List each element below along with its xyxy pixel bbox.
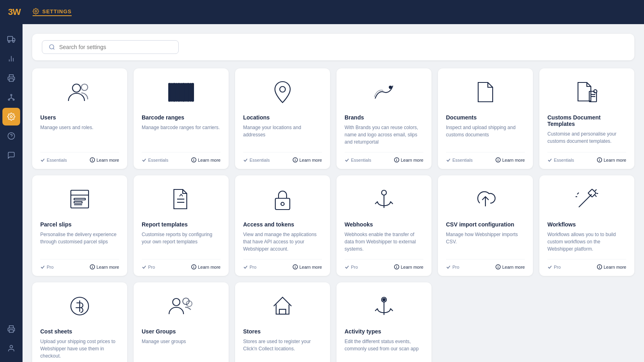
card-user-groups[interactable]: User Groups Manage user groups Pro i Lea… [134,282,229,362]
learn-more-link[interactable]: i Learn more [191,157,221,162]
sidebar-item-print2[interactable] [2,320,20,338]
search-container [32,34,634,60]
card-locations[interactable]: Locations Manage your locations and addr… [235,68,330,169]
learn-more-link[interactable]: i Learn more [293,157,322,162]
learn-more-link[interactable]: i Learn more [495,264,525,269]
card-desc: Manage barcode ranges for carriers. [142,124,221,146]
svg-rect-94 [279,309,286,314]
card-users[interactable]: Users Manage users and roles. Essentials… [32,68,127,169]
card-report-templates[interactable]: Report templates Customise reports by co… [134,175,229,276]
card-activity-types[interactable]: Activity types Edit the different status… [336,282,431,362]
svg-line-82 [577,193,579,194]
card-footer: Essentials i Learn more [243,152,322,162]
main-content: Users Manage users and roles. Essentials… [23,24,644,362]
learn-more-link[interactable]: i Learn more [394,157,423,162]
card-title: Documents [446,114,525,121]
svg-rect-26 [171,83,172,101]
card-badge: Pro [142,265,155,269]
svg-point-8 [10,95,12,96]
learn-more-link[interactable]: i Learn more [597,264,626,269]
card-csv-import[interactable]: CSV import configuration Manage how Webs… [438,175,533,276]
user-groups-icon [167,292,195,320]
card-badge: Essentials [446,158,473,162]
learn-more-link[interactable]: i Learn more [394,264,423,269]
learn-more-link[interactable]: i Learn more [597,157,626,162]
card-title: Activity types [345,328,423,335]
card-workflows[interactable]: Workflows Workflows allows you to to bui… [539,175,634,276]
search-input[interactable] [59,44,172,50]
sidebar-item-settings[interactable] [2,108,20,125]
svg-rect-7 [9,79,13,82]
svg-text:i: i [599,265,600,269]
card-title: Workflows [547,221,626,228]
svg-text:i: i [497,158,498,162]
svg-line-99 [375,309,378,311]
card-badge: Pro [243,265,256,269]
card-desc: Stores are used to register your Click'n… [243,338,322,360]
barcode-icon [167,78,195,106]
svg-point-3 [12,41,14,42]
dollar-icon [66,292,94,320]
card-barcode[interactable]: Barcode ranges Manage barcode ranges for… [134,68,229,169]
card-cost-sheets[interactable]: Cost sheets Upload your shipping cost pr… [32,282,127,362]
learn-more-link[interactable]: i Learn more [90,264,119,269]
card-customs-templates[interactable]: Customs Document Templates Customise and… [539,68,634,169]
card-access-tokens[interactable]: Access and tokens View and manage the ap… [235,175,330,276]
svg-text:i: i [295,265,295,269]
gear-icon [33,8,39,14]
card-parcel-slips[interactable]: Parcel slips Personalise the delivery ex… [32,175,127,276]
svg-rect-1 [8,37,12,41]
learn-more-link[interactable]: i Learn more [191,264,221,269]
card-badge: Essentials [142,158,168,162]
svg-text:i: i [295,158,295,162]
settings-label: SETTINGS [42,8,72,14]
card-badge: Pro [446,265,459,269]
sidebar-item-messages[interactable] [2,146,20,164]
sidebar-item-integrations[interactable] [2,88,20,106]
card-footer: Essentials i Learn more [142,152,221,162]
svg-point-101 [383,298,385,301]
sidebar-item-shipping[interactable] [2,31,20,48]
card-desc: Personalise the delivery experience thro… [40,231,119,253]
svg-text:i: i [92,265,93,269]
search-input-wrap[interactable] [42,40,179,54]
sidebar-item-print[interactable] [2,69,20,87]
magic-wand-icon [573,185,601,213]
svg-rect-30 [181,83,182,101]
topbar: 3W SETTINGS [0,0,644,24]
settings-nav[interactable]: SETTINGS [33,8,72,16]
learn-more-link[interactable]: i Learn more [90,157,119,162]
sidebar-item-user[interactable] [2,339,20,357]
card-badge: Essentials [40,158,67,162]
svg-line-100 [390,309,393,311]
svg-rect-35 [192,83,193,101]
svg-rect-64 [275,198,290,210]
card-webhooks[interactable]: Webhooks Webhooks enable the transfer of… [336,175,431,276]
learn-more-link[interactable]: i Learn more [495,157,525,162]
card-documents[interactable]: Documents Inspect and upload shipping an… [438,68,533,169]
house-icon [268,292,297,320]
card-title: Locations [243,114,322,121]
customs-doc-icon [573,78,601,106]
card-stores[interactable]: Stores Stores are used to register your … [235,282,330,362]
card-desc: Webhooks enable the transfer of data fro… [345,231,423,253]
card-desc: Customise reports by configuring your ow… [142,231,221,253]
card-title: Brands [345,114,423,121]
sidebar-item-help[interactable] [2,127,20,145]
sidebar [0,24,23,362]
svg-rect-55 [74,198,85,200]
sidebar-item-analytics[interactable] [2,50,20,68]
card-title: CSV import configuration [446,221,525,228]
svg-point-15 [8,133,15,140]
learn-more-link[interactable]: i Learn more [293,264,322,269]
svg-point-18 [10,346,13,348]
svg-text:i: i [193,158,194,162]
parcel-slips-icon [66,185,94,213]
card-title: Webhooks [345,221,423,228]
card-footer: Pro i Learn more [345,259,423,269]
card-brands[interactable]: Brands With Brands you can reuse colors,… [336,68,431,169]
svg-point-65 [281,202,284,206]
card-desc: View and manage the applications that ha… [243,231,322,253]
card-title: Users [40,114,119,121]
card-title: Stores [243,328,322,335]
